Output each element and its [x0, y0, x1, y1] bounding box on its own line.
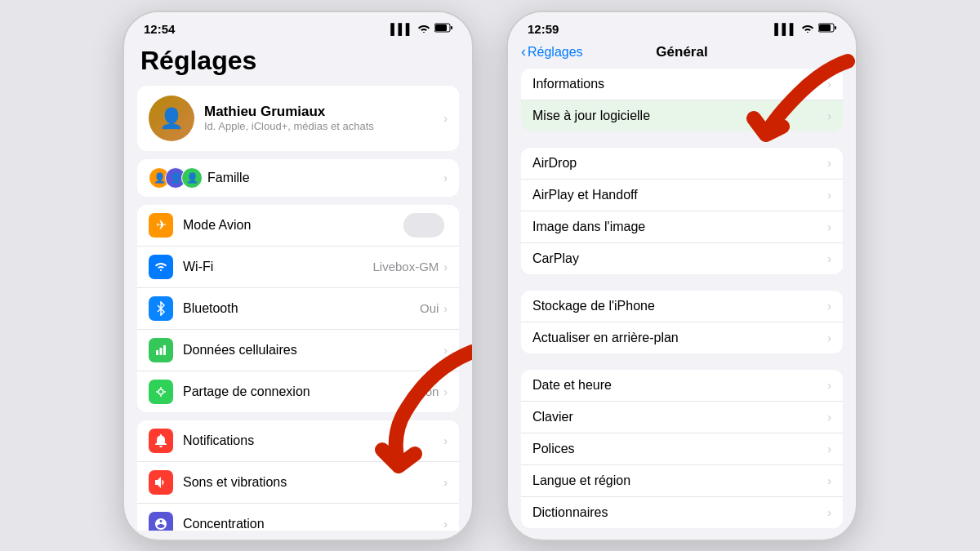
- famille-avatars: 👤 👤 👤: [149, 167, 198, 189]
- wifi-row[interactable]: Wi-Fi Livebox-GM ›: [137, 247, 459, 288]
- svg-rect-4: [160, 348, 163, 355]
- informations-label: Informations: [532, 77, 827, 91]
- dico-chevron: ›: [827, 506, 831, 519]
- carplay-chevron: ›: [827, 252, 831, 265]
- settings-screen: Réglages 👤 Mathieu Grumiaux Id. Apple, i…: [124, 39, 472, 531]
- airdrop-chevron: ›: [827, 157, 831, 170]
- clavier-label: Clavier: [532, 410, 827, 424]
- svg-rect-14: [819, 24, 831, 31]
- profile-sub: Id. Apple, iCloud+, médias et achats: [204, 120, 443, 132]
- mode-avion-row[interactable]: ✈ Mode Avion: [137, 205, 459, 247]
- langue-row[interactable]: Langue et région ›: [521, 465, 843, 497]
- nav-back-button[interactable]: ‹ Réglages: [521, 43, 583, 60]
- settings-title: Réglages: [137, 39, 459, 86]
- group1: Informations › Mise à jour logicielle ›: [521, 69, 843, 131]
- informations-row[interactable]: Informations ›: [521, 69, 843, 100]
- stockage-row[interactable]: Stockage de l'iPhone ›: [521, 291, 843, 322]
- actualiser-chevron: ›: [827, 331, 831, 344]
- profile-avatar: 👤: [149, 96, 194, 141]
- notifications-icon: [149, 429, 173, 453]
- notifications-chevron: ›: [443, 434, 448, 447]
- wifi-icon-r: [801, 23, 814, 35]
- langue-chevron: ›: [827, 474, 831, 487]
- partage-row[interactable]: Partage de connexion Non ›: [137, 371, 459, 412]
- mise-a-jour-label: Mise à jour logicielle: [532, 109, 827, 123]
- back-label: Réglages: [528, 45, 583, 60]
- wifi-setting-icon: [149, 255, 173, 279]
- date-label: Date et heure: [532, 378, 827, 393]
- wifi-icon: [417, 23, 430, 35]
- bluetooth-row[interactable]: Bluetooth Oui ›: [137, 288, 459, 330]
- bluetooth-chevron: ›: [443, 302, 448, 315]
- svg-point-6: [158, 389, 163, 394]
- info-chevron: ›: [827, 78, 831, 91]
- airdrop-row[interactable]: AirDrop ›: [521, 148, 843, 180]
- mise-a-jour-row[interactable]: Mise à jour logicielle ›: [521, 100, 843, 131]
- dico-label: Dictionnaires: [532, 505, 827, 520]
- fam-avatar-3: 👤: [181, 167, 203, 189]
- connectivity-group: ✈ Mode Avion Wi-Fi Livebox-GM ›: [137, 205, 459, 412]
- profile-info: Mathieu Grumiaux Id. Apple, iCloud+, méd…: [204, 104, 443, 132]
- bluetooth-label: Bluetooth: [183, 301, 420, 316]
- airplay-label: AirPlay et Handoff: [532, 188, 827, 202]
- status-bar-right: 12:59 ▌▌▌: [508, 12, 856, 39]
- famille-row[interactable]: 👤 👤 👤 Famille ›: [137, 159, 459, 197]
- donnees-icon: [149, 338, 173, 362]
- actualiser-row[interactable]: Actualiser en arrière-plan ›: [521, 322, 843, 353]
- date-chevron: ›: [827, 379, 831, 392]
- battery-icon-r: [818, 23, 836, 35]
- phone-right: 12:59 ▌▌▌ ‹ Réglages Général: [506, 11, 858, 541]
- actualiser-label: Actualiser en arrière-plan: [532, 331, 827, 345]
- general-settings-list: Informations › Mise à jour logicielle › …: [508, 69, 856, 539]
- sons-label: Sons et vibrations: [183, 475, 443, 490]
- maj-chevron: ›: [827, 109, 831, 122]
- nav-bar: ‹ Réglages Général: [508, 39, 856, 69]
- svg-rect-15: [835, 26, 836, 29]
- image-label: Image dans l'image: [532, 220, 827, 234]
- svg-rect-5: [163, 345, 166, 355]
- battery-icon: [434, 23, 452, 35]
- image-row[interactable]: Image dans l'image ›: [521, 211, 843, 243]
- sons-row[interactable]: Sons et vibrations ›: [137, 462, 459, 504]
- polices-label: Polices: [532, 442, 827, 456]
- signal-icon: ▌▌▌: [390, 23, 413, 35]
- donnees-label: Données cellulaires: [183, 343, 443, 358]
- svg-rect-3: [156, 350, 158, 355]
- clavier-chevron: ›: [827, 411, 831, 424]
- image-chevron: ›: [827, 220, 831, 233]
- sons-icon: [149, 470, 173, 495]
- status-bar-left: 12:54 ▌▌▌: [124, 12, 472, 39]
- time-left: 12:54: [144, 22, 175, 36]
- wifi-label: Wi-Fi: [183, 260, 372, 274]
- dico-row[interactable]: Dictionnaires ›: [521, 497, 843, 528]
- status-icons-right: ▌▌▌: [774, 23, 836, 35]
- wifi-chevron: ›: [443, 260, 448, 273]
- group2: AirDrop › AirPlay et Handoff › Image dan…: [521, 148, 843, 274]
- airdrop-label: AirDrop: [532, 156, 827, 171]
- stockage-chevron: ›: [827, 300, 831, 313]
- concentration-row[interactable]: Concentration ›: [137, 504, 459, 531]
- polices-row[interactable]: Polices ›: [521, 433, 843, 465]
- date-row[interactable]: Date et heure ›: [521, 370, 843, 402]
- nav-title: Général: [656, 44, 707, 60]
- donnees-row[interactable]: Données cellulaires ›: [137, 330, 459, 371]
- phone-left: 12:54 ▌▌▌ Réglages 👤 Mathieu Grumiaux: [122, 11, 474, 541]
- sons-chevron: ›: [443, 476, 448, 489]
- mode-avion-toggle[interactable]: [403, 213, 444, 238]
- partage-label: Partage de connexion: [183, 384, 416, 399]
- group3: Stockage de l'iPhone › Actualiser en arr…: [521, 291, 843, 353]
- profile-chevron: ›: [443, 112, 448, 125]
- airplay-chevron: ›: [827, 189, 831, 202]
- mode-avion-label: Mode Avion: [183, 218, 403, 233]
- carplay-label: CarPlay: [532, 251, 827, 266]
- clavier-row[interactable]: Clavier ›: [521, 402, 843, 433]
- notifications-group: Notifications › Sons et vibrations › Con…: [137, 420, 459, 531]
- notifications-label: Notifications: [183, 433, 443, 448]
- profile-row[interactable]: 👤 Mathieu Grumiaux Id. Apple, iCloud+, m…: [137, 86, 459, 151]
- concentration-chevron: ›: [443, 518, 448, 531]
- mode-avion-icon: ✈: [149, 213, 173, 238]
- notifications-row[interactable]: Notifications ›: [137, 420, 459, 462]
- airplay-row[interactable]: AirPlay et Handoff ›: [521, 180, 843, 211]
- bluetooth-icon: [149, 296, 173, 321]
- carplay-row[interactable]: CarPlay ›: [521, 243, 843, 274]
